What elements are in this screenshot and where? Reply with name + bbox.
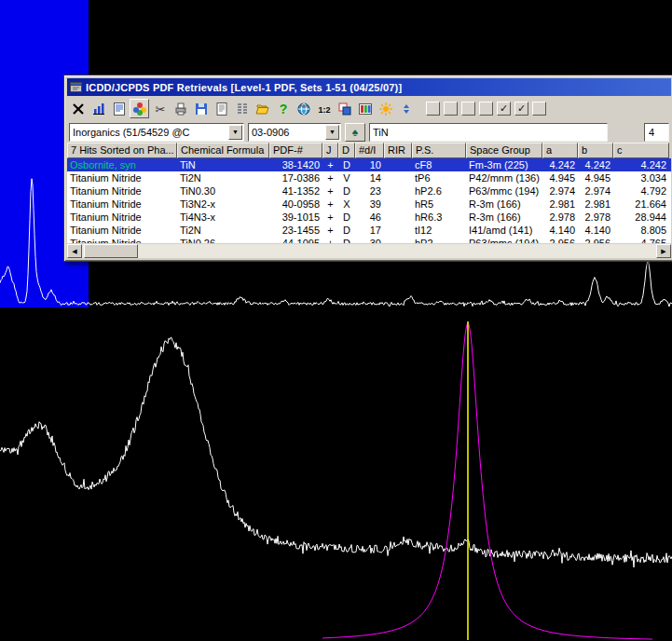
table-cell: 4.140 (542, 224, 578, 237)
table-cell: R-3m (166) (466, 211, 542, 224)
table-row-6[interactable]: Titanium NitrideTi2N23-1455+D17tI12I41/a… (67, 224, 671, 237)
table-cell: Titanium Nitride (67, 198, 177, 211)
table-row-4[interactable]: Titanium NitrideTi3N2-x40-0958+X39hR5R-3… (67, 198, 671, 211)
toolbar-button-chart[interactable] (89, 99, 108, 118)
table-cell: + (322, 237, 338, 243)
window-title: ICDD/JCPDS PDF Retrievals [Level-1 PDF, … (86, 82, 402, 93)
window-titlebar[interactable]: ICDD/JCPDS PDF Retrievals [Level-1 PDF, … (67, 78, 671, 96)
table-cell: 46 (355, 211, 384, 224)
table-row-3[interactable]: Titanium NitrideTiN0.3041-1352+D23hP2.6P… (67, 184, 671, 198)
toolbar-button-cut[interactable]: ✂ (150, 99, 170, 118)
globe-icon (296, 102, 311, 116)
updown-icon (399, 102, 414, 116)
table-cell: I41/amd (141) (466, 224, 542, 237)
toolbar-toggle-4[interactable] (479, 102, 493, 116)
pdf-number-dropdown-value: 03-0906 (249, 127, 325, 138)
toolbar-button-pattern-flower[interactable] (130, 99, 149, 118)
table-cell: Titanium Nitride (67, 237, 177, 243)
toolbar-button-document[interactable] (212, 99, 231, 118)
toolbar-button-color-bars[interactable] (355, 99, 375, 118)
toolbar-button-print[interactable] (171, 99, 190, 118)
table-cell: 10 (355, 158, 384, 171)
table-cell: D (338, 184, 355, 198)
header-cell-8[interactable]: P.S. (412, 143, 466, 158)
pdf-number-dropdown[interactable]: 03-0906 ▼ (248, 123, 341, 142)
toolbar-toggle-3[interactable] (461, 102, 475, 116)
table-cell: TiN (177, 158, 269, 171)
toolbar-button-peak-list[interactable] (232, 99, 252, 118)
results-grid: 7 Hits Sorted on Pha...Chemical FormulaP… (67, 143, 671, 243)
toolbar: ✂?1:2✓✓ (67, 96, 671, 121)
table-cell (384, 184, 412, 198)
table-row-1[interactable]: Osbornite, synTiN38-1420+D10cF8Fm-3m (22… (67, 158, 671, 171)
header-cell-1[interactable]: 7 Hits Sorted on Pha... (67, 143, 177, 158)
table-cell: hR6.3 (412, 211, 466, 224)
header-cell-7[interactable]: RIR (384, 143, 412, 158)
table-cell: D (338, 237, 355, 243)
toolbar-button-report[interactable] (109, 99, 129, 118)
pdf-retrievals-window: ICDD/JCPDS PDF Retrievals [Level-1 PDF, … (63, 75, 672, 262)
toolbar-button-brightness[interactable] (376, 99, 395, 118)
table-cell: hP2.6 (412, 184, 466, 198)
pinwheel-icon (132, 102, 147, 116)
spade-icon: ♠ (352, 126, 358, 139)
chevron-down-icon[interactable]: ▼ (228, 125, 242, 140)
header-cell-5[interactable]: D (338, 143, 355, 158)
profile-fit-curve (322, 323, 652, 639)
table-cell: 21.664 (613, 198, 669, 211)
toolbar-button-help[interactable]: ? (273, 99, 293, 118)
toolbar-toggle-7[interactable] (532, 102, 546, 116)
subfile-dropdown[interactable]: Inorganics (51/54529 @C ▼ (69, 123, 244, 142)
document-icon (214, 102, 229, 116)
toolbar-toggle-6[interactable]: ✓ (514, 102, 528, 116)
toolbar-button-save[interactable] (191, 99, 211, 118)
toolbar-button-web[interactable] (294, 99, 313, 118)
table-cell: 2.956 (542, 237, 578, 243)
toolbar-button-open[interactable] (253, 99, 272, 118)
scrollbar-thumb[interactable] (84, 244, 138, 258)
header-cell-12[interactable]: c (613, 143, 669, 158)
table-cell: + (322, 158, 338, 171)
subfile-dropdown-value: Inorganics (51/54529 @C (70, 127, 228, 138)
header-cell-4[interactable]: J (322, 143, 338, 158)
table-row-5[interactable]: Titanium NitrideTi4N3-x39-1015+D46hR6.3R… (67, 211, 671, 224)
toolbar-toggle-2[interactable] (444, 102, 458, 116)
header-cell-3[interactable]: PDF-# (269, 143, 322, 158)
header-cell-10[interactable]: a (542, 143, 578, 158)
table-row-7[interactable]: Titanium NitrideTiN0.2644-1095+D30hP2P63… (67, 237, 671, 243)
toolbar-toggle-5[interactable]: ✓ (497, 102, 511, 116)
table-cell: X (338, 198, 355, 211)
table-cell: 44-1095 (269, 237, 322, 243)
toolbar-button-sort-updown[interactable] (396, 99, 416, 118)
table-cell: 4.765 (613, 237, 669, 243)
table-cell: P63/mmc (194) (466, 184, 542, 198)
table-cell: 39-1015 (269, 211, 322, 224)
toolbar-toggle-1[interactable] (426, 102, 440, 116)
table-cell: 23-1455 (269, 224, 322, 237)
chevron-down-icon[interactable]: ▼ (325, 125, 339, 140)
header-cell-11[interactable]: b (578, 143, 613, 158)
scissors-icon: ✂ (153, 102, 168, 116)
chart-bars-icon (91, 102, 106, 116)
chemistry-search-input[interactable] (369, 123, 608, 142)
table-cell: 2.981 (542, 198, 578, 211)
report-icon (112, 102, 127, 116)
header-cell-9[interactable]: Space Group (466, 143, 542, 158)
header-cell-2[interactable]: Chemical Formula (177, 143, 269, 158)
scroll-left-button[interactable]: ◀ (67, 244, 82, 258)
horizontal-scrollbar[interactable]: ◀ ▶ (67, 244, 671, 258)
clear-x-icon (71, 102, 86, 116)
toolbar-button-clear[interactable] (68, 99, 88, 118)
table-row-2[interactable]: Titanium NitrideTi2N17-0386+V14tP6P42/mn… (67, 171, 671, 184)
toolbar-button-overlay[interactable] (335, 99, 354, 118)
table-cell: 41-1352 (269, 184, 322, 198)
table-cell: 17-0386 (269, 171, 322, 184)
list-icon (235, 102, 250, 116)
header-cell-6[interactable]: #d/I (355, 143, 384, 158)
sun-icon (378, 102, 393, 116)
toolbar-button-scale-1-2[interactable]: 1:2 (314, 99, 334, 118)
card-tool-button[interactable]: ♠ (345, 123, 365, 142)
table-cell: 2.956 (578, 237, 613, 243)
scroll-right-button[interactable]: ▶ (656, 244, 671, 258)
scrollbar-track[interactable] (82, 244, 656, 258)
